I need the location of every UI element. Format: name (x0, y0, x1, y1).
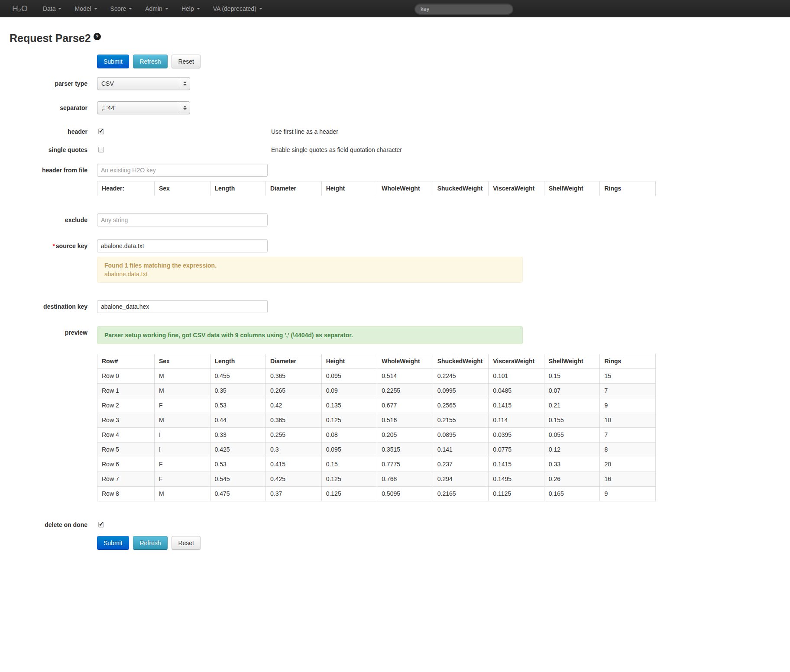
column-header: ShellWeight (544, 181, 600, 196)
source-key-input[interactable] (97, 239, 268, 252)
table-cell: Row 3 (97, 413, 155, 428)
separator-group: separator ,: '44' (10, 101, 790, 114)
stepper-arrows-icon (180, 102, 190, 114)
refresh-button[interactable]: Refresh (133, 55, 167, 68)
separator-value: ,: '44' (101, 104, 116, 111)
nav-item-va-deprecated[interactable]: VA (deprecated) (207, 0, 269, 17)
table-cell: 0.455 (210, 369, 266, 384)
table-cell: 0.365 (266, 369, 322, 384)
table-cell: 0.35 (210, 384, 266, 398)
column-header: Height (321, 354, 377, 369)
source-key-group: *source key (10, 239, 790, 252)
single-quotes-checkbox[interactable] (98, 147, 104, 152)
table-cell: Row 8 (97, 487, 155, 501)
table-cell: 0.114 (489, 413, 544, 428)
table-cell: 0.101 (489, 369, 544, 384)
nav-item-score[interactable]: Score (104, 0, 139, 17)
table-cell: 0.21 (544, 398, 600, 413)
navbar-search (414, 3, 513, 14)
header-from-file-input[interactable] (97, 164, 268, 177)
table-cell: 0.2165 (433, 487, 489, 501)
table-cell: I (155, 443, 210, 457)
table-cell: 0.2565 (433, 398, 489, 413)
destination-key-label: destination key (10, 300, 87, 311)
delete-on-done-group: delete on done (10, 520, 790, 529)
navbar-search-input[interactable] (414, 3, 513, 14)
nav-item-data[interactable]: Data (36, 0, 68, 17)
preview-table: Row#SexLengthDiameterHeightWholeWeightSh… (97, 354, 656, 501)
table-cell: Row 5 (97, 443, 155, 457)
table-cell: 0.3515 (377, 443, 433, 457)
table-cell: Row 7 (97, 472, 155, 487)
table-cell: Row 2 (97, 398, 155, 413)
table-cell: 0.08 (321, 428, 377, 443)
table-cell: 0.125 (321, 487, 377, 501)
table-cell: 0.294 (433, 472, 489, 487)
navbar: H₂O Data Model Score Admin Help VA (depr… (0, 0, 790, 17)
table-cell: 0.53 (210, 457, 266, 472)
table-cell: 10 (600, 413, 656, 428)
table-cell: M (155, 487, 210, 501)
header-table-row: Header:SexLengthDiameterHeightWholeWeigh… (97, 181, 656, 196)
table-cell: 0.5095 (377, 487, 433, 501)
delete-on-done-checkbox[interactable] (98, 522, 104, 527)
help-icon[interactable]: ? (94, 33, 101, 40)
column-header: ShuckedWeight (433, 181, 489, 196)
table-cell: 0.1415 (489, 457, 544, 472)
table-cell: M (155, 413, 210, 428)
table-row: Row 6F0.530.4150.150.77750.2370.14150.33… (97, 457, 656, 472)
table-cell: 0.415 (266, 457, 322, 472)
table-row: Row 2F0.530.420.1350.6770.25650.14150.21… (97, 398, 656, 413)
single-quotes-description: Enable single quotes as field quotation … (271, 145, 402, 154)
exclude-input[interactable] (97, 213, 268, 226)
parser-status-alert: Parser setup working fine, got CSV data … (97, 326, 523, 344)
table-cell: 0.141 (433, 443, 489, 457)
nav-item-model[interactable]: Model (68, 0, 104, 17)
single-quotes-group: single quotes Enable single quotes as fi… (10, 145, 790, 154)
separator-select[interactable]: ,: '44' (97, 101, 190, 114)
submit-button[interactable]: Submit (97, 55, 129, 68)
table-cell: 0.1415 (489, 398, 544, 413)
table-cell: 0.095 (321, 369, 377, 384)
table-cell: F (155, 398, 210, 413)
column-header: Row# (97, 354, 155, 369)
table-cell: 7 (600, 428, 656, 443)
parser-type-select[interactable]: CSV (97, 77, 190, 90)
nav-item-label: Help (181, 5, 194, 12)
column-header: Header: (97, 181, 155, 196)
header-from-file-group: header from file (10, 164, 790, 177)
main-menu: Data Model Score Admin Help VA (deprecat… (36, 0, 269, 17)
reset-button[interactable]: Reset (172, 55, 201, 68)
table-row: Row 7F0.5450.4250.1250.7680.2940.14950.2… (97, 472, 656, 487)
column-header: VisceraWeight (489, 181, 544, 196)
parser-type-label: parser type (10, 77, 87, 88)
destination-key-input[interactable] (97, 300, 268, 313)
caret-down-icon (94, 8, 97, 10)
preview-table-wrap: Row#SexLengthDiameterHeightWholeWeightSh… (97, 354, 790, 501)
submit-button[interactable]: Submit (97, 536, 129, 550)
table-cell: 0.768 (377, 472, 433, 487)
table-cell: 0.7775 (377, 457, 433, 472)
bottom-button-row: Submit Refresh Reset (87, 536, 790, 550)
nav-item-admin[interactable]: Admin (139, 0, 175, 17)
table-cell: 0.265 (266, 384, 322, 398)
column-header: ShellWeight (544, 354, 600, 369)
header-description: Use first line as a header (271, 127, 338, 136)
table-cell: Row 0 (97, 369, 155, 384)
table-cell: Row 4 (97, 428, 155, 443)
top-button-row: Submit Refresh Reset (87, 55, 790, 68)
column-header: ShuckedWeight (433, 354, 489, 369)
nav-item-help[interactable]: Help (175, 0, 207, 17)
stepper-arrows-icon (180, 78, 190, 90)
page-title-text: Request Parse2 (10, 32, 91, 44)
refresh-button[interactable]: Refresh (133, 536, 167, 550)
preview-group: preview Parser setup working fine, got C… (10, 326, 790, 344)
column-header: Length (210, 354, 266, 369)
table-cell: 0.15 (321, 457, 377, 472)
header-checkbox[interactable] (98, 129, 104, 134)
column-header: Sex (155, 354, 210, 369)
reset-button[interactable]: Reset (172, 536, 201, 550)
exclude-group: exclude (10, 213, 790, 226)
h2o-logo[interactable]: H₂O (0, 0, 36, 17)
caret-down-icon (259, 8, 262, 10)
